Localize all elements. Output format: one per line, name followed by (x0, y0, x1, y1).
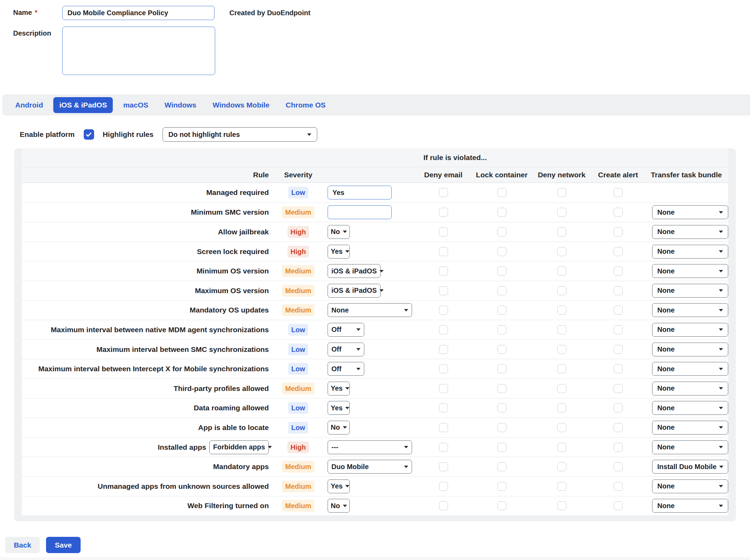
violation-checkbox-deny-email[interactable] (439, 325, 448, 334)
violation-checkbox-create-alert[interactable] (614, 267, 623, 276)
transfer-task-bundle-select[interactable]: None (652, 284, 728, 298)
violation-checkbox-create-alert[interactable] (614, 188, 623, 197)
violation-checkbox-deny-email[interactable] (439, 462, 448, 471)
violation-checkbox-deny-network[interactable] (557, 423, 566, 432)
violation-checkbox-lock-container[interactable] (497, 325, 506, 334)
violation-checkbox-deny-network[interactable] (557, 247, 566, 256)
transfer-task-bundle-select[interactable]: None (652, 421, 728, 435)
transfer-task-bundle-select[interactable]: None (652, 303, 728, 317)
tab-windows-mobile[interactable]: Windows Mobile (207, 97, 275, 113)
violation-checkbox-deny-email[interactable] (439, 247, 448, 256)
transfer-task-bundle-select[interactable]: None (652, 499, 728, 513)
violation-checkbox-lock-container[interactable] (497, 306, 506, 315)
transfer-task-bundle-select[interactable]: None (652, 362, 728, 376)
violation-checkbox-lock-container[interactable] (497, 364, 506, 373)
transfer-task-bundle-select[interactable]: None (652, 382, 728, 395)
rule-value-select[interactable]: iOS & iPadOS (328, 264, 381, 278)
enable-platform-checkbox[interactable] (84, 129, 94, 140)
violation-checkbox-lock-container[interactable] (497, 247, 506, 256)
transfer-task-bundle-select[interactable]: None (652, 440, 728, 454)
rule-value-select[interactable]: Off (328, 362, 364, 376)
violation-checkbox-lock-container[interactable] (497, 482, 506, 491)
violation-checkbox-create-alert[interactable] (614, 443, 623, 452)
rule-value-select[interactable]: Off (328, 323, 364, 337)
violation-checkbox-deny-email[interactable] (439, 384, 448, 393)
rule-value-select[interactable]: --- (328, 440, 412, 454)
rule-value-select[interactable]: iOS & iPadOS (328, 284, 381, 298)
rule-value-input[interactable] (328, 205, 392, 219)
violation-checkbox-lock-container[interactable] (497, 267, 506, 276)
violation-checkbox-create-alert[interactable] (614, 345, 623, 354)
violation-checkbox-create-alert[interactable] (614, 227, 623, 236)
violation-checkbox-deny-network[interactable] (557, 267, 566, 276)
violation-checkbox-lock-container[interactable] (497, 462, 506, 471)
violation-checkbox-lock-container[interactable] (497, 384, 506, 393)
transfer-task-bundle-select[interactable]: None (652, 245, 728, 259)
tab-ios-ipados[interactable]: iOS & iPadOS (53, 97, 113, 113)
rule-value-select[interactable]: No (328, 225, 350, 239)
violation-checkbox-lock-container[interactable] (497, 501, 506, 510)
violation-checkbox-deny-network[interactable] (557, 384, 566, 393)
rule-value-select[interactable]: Yes (328, 245, 350, 259)
violation-checkbox-deny-email[interactable] (439, 188, 448, 197)
violation-checkbox-deny-email[interactable] (439, 345, 448, 354)
violation-checkbox-lock-container[interactable] (497, 286, 506, 295)
description-textarea[interactable] (62, 27, 215, 75)
violation-checkbox-deny-email[interactable] (439, 267, 448, 276)
violation-checkbox-deny-email[interactable] (439, 208, 448, 217)
violation-checkbox-deny-email[interactable] (439, 403, 448, 412)
rule-value-select[interactable]: No (328, 421, 350, 435)
violation-checkbox-deny-network[interactable] (557, 501, 566, 510)
violation-checkbox-lock-container[interactable] (497, 403, 506, 412)
violation-checkbox-deny-network[interactable] (557, 443, 566, 452)
violation-checkbox-create-alert[interactable] (614, 306, 623, 315)
violation-checkbox-deny-email[interactable] (439, 482, 448, 491)
violation-checkbox-create-alert[interactable] (614, 364, 623, 373)
violation-checkbox-create-alert[interactable] (614, 286, 623, 295)
transfer-task-bundle-select[interactable]: None (652, 225, 728, 239)
violation-checkbox-lock-container[interactable] (497, 345, 506, 354)
violation-checkbox-create-alert[interactable] (614, 423, 623, 432)
tab-macos[interactable]: macOS (117, 97, 154, 113)
violation-checkbox-create-alert[interactable] (614, 501, 623, 510)
violation-checkbox-create-alert[interactable] (614, 208, 623, 217)
violation-checkbox-lock-container[interactable] (497, 208, 506, 217)
violation-checkbox-create-alert[interactable] (614, 247, 623, 256)
tab-chrome-os[interactable]: Chrome OS (280, 97, 332, 113)
violation-checkbox-lock-container[interactable] (497, 423, 506, 432)
transfer-task-bundle-select[interactable]: Install Duo Mobile (652, 460, 728, 474)
violation-checkbox-deny-network[interactable] (557, 345, 566, 354)
rule-value-select[interactable]: Yes (328, 382, 350, 395)
name-input[interactable] (62, 6, 214, 20)
violation-checkbox-deny-email[interactable] (439, 443, 448, 452)
transfer-task-bundle-select[interactable]: None (652, 343, 728, 356)
installed-apps-mode-select[interactable]: Forbidden apps (209, 440, 269, 454)
violation-checkbox-lock-container[interactable] (497, 188, 506, 197)
violation-checkbox-create-alert[interactable] (614, 325, 623, 334)
violation-checkbox-deny-network[interactable] (557, 482, 566, 491)
violation-checkbox-deny-email[interactable] (439, 423, 448, 432)
violation-checkbox-create-alert[interactable] (614, 384, 623, 393)
transfer-task-bundle-select[interactable]: None (652, 264, 728, 278)
tab-windows[interactable]: Windows (159, 97, 202, 113)
transfer-task-bundle-select[interactable]: None (652, 323, 728, 337)
violation-checkbox-deny-email[interactable] (439, 306, 448, 315)
violation-checkbox-deny-network[interactable] (557, 227, 566, 236)
violation-checkbox-deny-network[interactable] (557, 403, 566, 412)
save-button[interactable]: Save (46, 537, 81, 553)
tab-android[interactable]: Android (9, 97, 49, 113)
violation-checkbox-deny-network[interactable] (557, 286, 566, 295)
transfer-task-bundle-select[interactable]: None (652, 401, 728, 415)
violation-checkbox-deny-network[interactable] (557, 364, 566, 373)
violation-checkbox-deny-network[interactable] (557, 208, 566, 217)
violation-checkbox-lock-container[interactable] (497, 443, 506, 452)
violation-checkbox-create-alert[interactable] (614, 482, 623, 491)
rule-value-input[interactable] (328, 186, 392, 199)
violation-checkbox-deny-network[interactable] (557, 325, 566, 334)
violation-checkbox-deny-network[interactable] (557, 306, 566, 315)
rule-value-select[interactable]: Yes (328, 479, 350, 493)
back-button[interactable]: Back (5, 537, 40, 553)
violation-checkbox-create-alert[interactable] (614, 462, 623, 471)
rule-value-select[interactable]: Yes (328, 401, 350, 415)
violation-checkbox-deny-email[interactable] (439, 501, 448, 510)
